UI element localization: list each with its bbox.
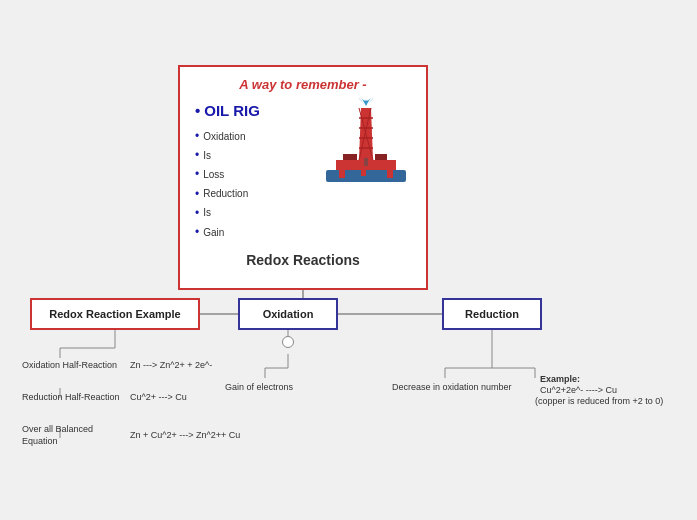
card-footer: Redox Reactions — [246, 252, 360, 268]
list-item-5: Is — [195, 204, 316, 223]
oxidation-half-label: Oxidation Half-Reaction — [22, 360, 117, 370]
svg-rect-32 — [364, 158, 368, 166]
list-item-2: Is — [195, 146, 316, 165]
reduction-half-eq: Cu^2+ ---> Cu — [130, 392, 187, 402]
list-item-1: Oxidation — [195, 127, 316, 146]
bullet-list: Oxidation Is Loss Reduction Is Gain — [195, 127, 316, 242]
bullet-dot: • — [195, 102, 200, 119]
list-item-6: Gain — [195, 223, 316, 242]
list-item-3: Loss — [195, 165, 316, 184]
svg-rect-30 — [343, 154, 357, 160]
gain-of-electrons: Gain of electrons — [225, 382, 293, 392]
list-item-4: Reduction — [195, 185, 316, 204]
central-card: A way to remember - • OIL RIG Oxidation … — [178, 65, 428, 290]
oil-rig-illustration — [321, 98, 411, 188]
card-content: • OIL RIG Oxidation Is Loss Reduction Is… — [195, 98, 411, 242]
card-left: • OIL RIG Oxidation Is Loss Reduction Is… — [195, 98, 316, 242]
balanced-label: Over all Balanced Equation — [22, 424, 122, 447]
box-oxidation-label: Oxidation — [263, 308, 314, 320]
box-reduction: Reduction — [442, 298, 542, 330]
circle-connector — [282, 336, 294, 348]
box-oxidation: Oxidation — [238, 298, 338, 330]
card-title: A way to remember - — [239, 77, 366, 92]
box-redox: Redox Reaction Example — [30, 298, 200, 330]
svg-rect-31 — [375, 154, 387, 160]
oil-rig-text: OIL RIG — [204, 102, 260, 119]
svg-rect-20 — [339, 160, 345, 178]
oil-rig-label: • OIL RIG — [195, 102, 316, 119]
box-reduction-label: Reduction — [465, 308, 519, 320]
oxidation-half-eq: Zn ---> Zn^2+ + 2e^- — [130, 360, 212, 370]
reduction-half-label: Reduction Half-Reaction — [22, 392, 120, 402]
decrease-oxidation: Decrease in oxidation number — [392, 382, 512, 392]
example-desc: (copper is reduced from +2 to 0) — [535, 396, 663, 406]
box-redox-label: Redox Reaction Example — [49, 308, 180, 320]
svg-rect-21 — [387, 160, 393, 178]
example-eq: Cu^2+2e^- ----> Cu — [540, 385, 617, 395]
example-label: Example: — [540, 374, 580, 384]
balanced-eq: Zn + Cu^2+ ---> Zn^2++ Cu — [130, 430, 240, 440]
page: A way to remember - • OIL RIG Oxidation … — [0, 0, 697, 520]
